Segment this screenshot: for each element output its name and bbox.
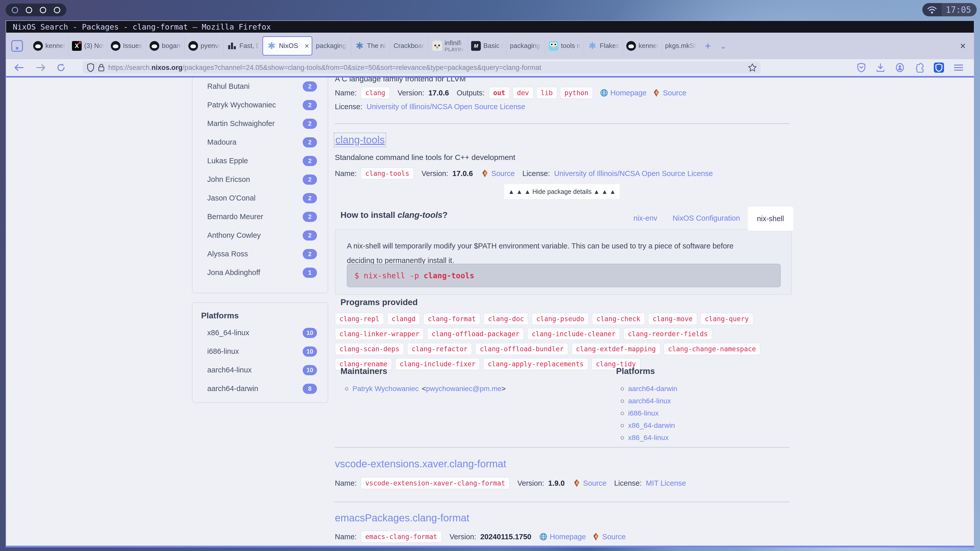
maintainer-facet-row[interactable]: Alyssa Ross 2 [192, 245, 328, 263]
clang-tools-license-link[interactable]: University of Illinois/NCSA Open Source … [554, 169, 713, 178]
platform-link[interactable]: aarch64-linux [628, 397, 671, 405]
workspace-dot-icon[interactable] [12, 7, 18, 13]
facet-label[interactable]: John Ericson [207, 175, 250, 184]
facet-label[interactable]: Rahul Butani [207, 82, 250, 91]
firefox-view-icon[interactable] [11, 40, 23, 52]
browser-tab[interactable]: tools mo [545, 36, 584, 56]
maintainer-facet-row[interactable]: Bernardo Meurer 2 [192, 207, 328, 226]
window-titlebar[interactable]: NixOS Search - Packages - clang-format —… [6, 21, 974, 33]
clang-tools-title-link[interactable]: clang-tools [335, 134, 385, 146]
program-chip: clang-repl [335, 313, 384, 325]
menu-hamburger-icon[interactable] [953, 64, 964, 72]
platform-link[interactable]: x86_64-darwin [628, 421, 675, 430]
workspace-dot-icon[interactable] [54, 7, 60, 13]
tracking-shield-icon[interactable] [87, 63, 94, 72]
browser-tab[interactable]: packaging a [506, 36, 545, 56]
facet-label[interactable]: Bernardo Meurer [207, 213, 263, 221]
browser-tab[interactable]: Issues · b [107, 36, 146, 56]
bookmark-star-icon[interactable] [748, 63, 757, 72]
facet-label[interactable]: i686-linux [207, 347, 239, 356]
forward-icon[interactable] [36, 63, 46, 72]
hide-package-details-button[interactable]: ▲ ▲ ▲ Hide package details ▲ ▲ ▲ [504, 184, 620, 199]
emacs-pkg-title-link[interactable]: emacsPackages.clang-format [335, 512, 469, 524]
browser-tab[interactable]: Crackboard [390, 36, 429, 56]
workspace-dot-icon[interactable] [40, 7, 46, 13]
url-text[interactable]: https://search.nixos.org/packages?channe… [108, 64, 744, 72]
list-tabs-chevron-icon[interactable]: ⌄ [720, 41, 726, 51]
browser-tab[interactable]: The nixp [351, 36, 390, 56]
clang-homepage-link[interactable]: Homepage [600, 89, 647, 97]
browser-tab[interactable]: infinifi PLAYING [429, 36, 468, 56]
account-icon[interactable] [895, 62, 905, 73]
reload-icon[interactable] [56, 63, 66, 73]
platform-facet-row[interactable]: x86_64-linux 10 [192, 324, 328, 342]
browser-tab[interactable]: NixOS × [262, 36, 312, 56]
facet-label[interactable]: x86_64-linux [207, 329, 249, 337]
facet-label[interactable]: Madoura [207, 138, 236, 146]
maintainer-facet-row[interactable]: Jason O'Conal 2 [192, 189, 328, 207]
new-tab-button[interactable]: + [705, 40, 711, 52]
browser-tab[interactable]: Fast, De [224, 36, 262, 56]
install-method-tab[interactable]: NixOS Configuration [665, 206, 748, 230]
facet-label[interactable]: Jason O'Conal [207, 194, 256, 202]
clang-license-link[interactable]: University of Illinois/NCSA Open Source … [366, 103, 525, 111]
back-icon[interactable] [14, 63, 24, 72]
facet-label[interactable]: Anthony Cowley [207, 231, 261, 240]
downloads-icon[interactable] [875, 62, 886, 73]
browser-tab[interactable]: boganwo [146, 36, 185, 56]
maintainer-facet-row[interactable]: Madoura 2 [192, 133, 328, 151]
maintainer-facet-row[interactable]: Rahul Butani 2 [192, 78, 328, 96]
extensions-puzzle-icon[interactable] [914, 62, 924, 73]
navigation-toolbar: https://search.nixos.org/packages?channe… [6, 59, 974, 76]
browser-tab[interactable]: Flakes - [584, 36, 623, 56]
facet-label[interactable]: Martin Schwaighofer [207, 119, 275, 128]
programs-provided-title: Programs provided [340, 297, 418, 307]
clang-tools-source-link[interactable]: Source [480, 169, 515, 178]
close-window-icon[interactable]: × [960, 41, 969, 52]
bullet-icon [620, 412, 624, 415]
install-method-tab[interactable]: nix-shell [748, 206, 793, 230]
vscode-pkg-title-link[interactable]: vscode-extensions.xaver.clang-format [335, 458, 506, 470]
maintainer-name-link[interactable]: Patryk Wychowaniec [352, 385, 419, 393]
bitwarden-icon[interactable] [934, 62, 944, 73]
browser-tab[interactable]: kenneth [623, 36, 662, 56]
emacs-homepage-link[interactable]: Homepage [539, 532, 586, 541]
browser-tab[interactable]: Basic De [468, 36, 506, 56]
tab-close-icon[interactable]: × [304, 41, 309, 50]
vscode-license-link[interactable]: MIT License [646, 479, 686, 487]
browser-tab[interactable]: kenneth [30, 36, 68, 56]
platform-facet-row[interactable]: i686-linux 10 [192, 342, 328, 361]
maintainer-facet-row[interactable]: Martin Schwaighofer 2 [192, 114, 328, 133]
maintainer-facet-row[interactable]: Lukas Epple 2 [192, 151, 328, 170]
facet-label[interactable]: Lukas Epple [207, 157, 248, 165]
maintainer-facet-row[interactable]: Anthony Cowley 2 [192, 226, 328, 245]
maintainer-facet-row[interactable]: Jona Abdinghoff 1 [192, 263, 328, 282]
clang-source-link[interactable]: Source [652, 89, 686, 97]
facet-label[interactable]: aarch64-darwin [207, 384, 258, 393]
browser-tab[interactable]: pkgs.mkShe [662, 36, 700, 56]
platform-link[interactable]: aarch64-darwin [628, 385, 677, 393]
lock-icon[interactable] [98, 63, 105, 72]
maintainer-email-link[interactable]: pwychowaniec@pm.me [426, 385, 501, 393]
platform-facet-row[interactable]: aarch64-darwin 8 [192, 380, 328, 398]
maintainer-facet-row[interactable]: Patryk Wychowaniec 2 [192, 96, 328, 114]
platform-link[interactable]: x86_64-linux [628, 433, 669, 442]
vscode-source-link[interactable]: Source [573, 479, 607, 487]
pocket-shield-icon[interactable] [856, 62, 866, 73]
install-method-tab[interactable]: nix-env [626, 206, 665, 230]
url-bar[interactable]: https://search.nixos.org/packages?channe… [83, 62, 760, 74]
platform-link[interactable]: i686-linux [628, 409, 659, 417]
facet-label[interactable]: Alyssa Ross [207, 250, 248, 258]
workspace-indicator[interactable] [6, 3, 66, 16]
facet-label[interactable]: aarch64-linux [207, 366, 251, 374]
facet-label[interactable]: Jona Abdinghoff [207, 268, 260, 277]
browser-tab[interactable]: packaging a [312, 36, 351, 56]
maintainer-facet-row[interactable]: John Ericson 2 [192, 170, 328, 189]
facet-label[interactable]: Patryk Wychowaniec [207, 101, 276, 109]
install-command[interactable]: $ nix-shell -p clang-tools [347, 264, 781, 287]
emacs-source-link[interactable]: Source [592, 532, 626, 541]
browser-tab[interactable]: (3) Notifi [68, 36, 107, 56]
platform-facet-row[interactable]: aarch64-linux 10 [192, 361, 328, 380]
browser-tab[interactable]: pyenv/py [185, 36, 224, 56]
workspace-dot-icon[interactable] [26, 7, 32, 13]
